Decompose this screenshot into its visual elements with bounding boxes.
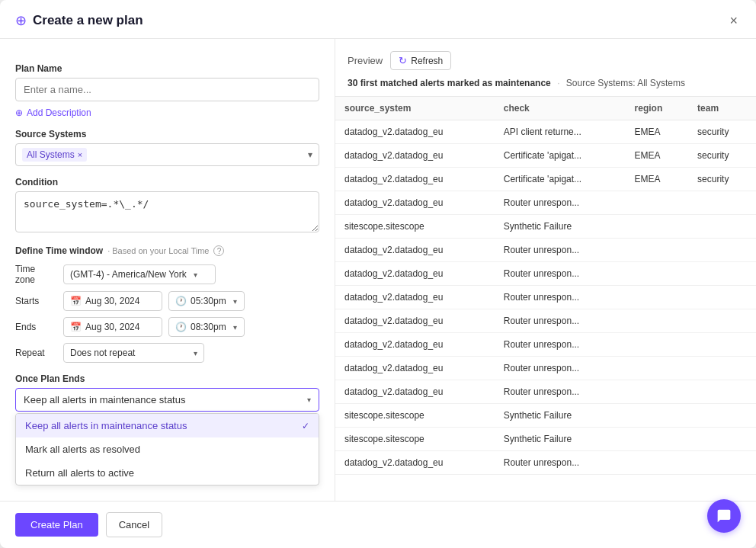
cell-region	[626, 239, 689, 262]
cell-check: Synthetic Failure	[495, 404, 626, 428]
cell-team	[688, 380, 756, 404]
cell-source_system: datadog_v2.datadog_eu	[335, 357, 495, 380]
cell-check: Router unrespon...	[495, 191, 626, 215]
starts-label: Starts	[15, 296, 57, 306]
dropdown-arrow-icon: ▾	[308, 149, 312, 160]
left-panel: Plan Name ⊕ Add Description Source Syste…	[0, 39, 335, 501]
starts-row: Starts 📅 Aug 30, 2024 🕐 05:30pm ▾	[15, 291, 319, 311]
time-window-title: Define Time window	[15, 245, 103, 256]
cell-source_system: sitescope.sitescope	[335, 428, 495, 451]
cell-region	[626, 262, 689, 286]
matched-count: 30 first matched alerts marked as mainte…	[348, 78, 551, 88]
cell-region: EMEA	[626, 120, 689, 144]
cell-team	[688, 428, 756, 451]
add-description-label: Add Description	[27, 107, 91, 118]
time-window-header: Define Time window · Based on your Local…	[15, 245, 319, 256]
cell-source_system: datadog_v2.datadog_eu	[335, 286, 495, 309]
help-icon[interactable]: ?	[213, 245, 224, 256]
once-plan-ends-section: Once Plan Ends Keep all alerts in mainte…	[15, 373, 319, 486]
timezone-arrow-icon: ▾	[194, 271, 197, 279]
cell-region	[626, 309, 689, 333]
table-row: datadog_v2.datadog_euAPI client returne.…	[335, 120, 756, 144]
cell-region: EMEA	[626, 168, 689, 191]
preview-table: source_system check region team datadog_…	[335, 97, 756, 475]
cell-team	[688, 191, 756, 215]
cell-source_system: datadog_v2.datadog_eu	[335, 120, 495, 144]
timezone-value: (GMT-4) - America/New York	[70, 269, 187, 280]
source-value: All Systems	[637, 78, 685, 88]
close-button[interactable]: ×	[726, 11, 741, 30]
cell-check: Certificate 'apigat...	[495, 144, 626, 168]
dropdown-option-1[interactable]: Mark all alerts as resolved	[16, 437, 319, 461]
condition-section: Condition source_system=.*\_.*/	[15, 177, 319, 235]
chat-bubble-button[interactable]	[707, 499, 741, 533]
cell-source_system: datadog_v2.datadog_eu	[335, 262, 495, 286]
table-row: datadog_v2.datadog_euRouter unrespon...	[335, 380, 756, 404]
cell-region	[626, 191, 689, 215]
cell-source_system: datadog_v2.datadog_eu	[335, 168, 495, 191]
starts-time-picker[interactable]: 🕐 05:30pm ▾	[168, 291, 245, 311]
table-row: datadog_v2.datadog_euRouter unrespon...	[335, 333, 756, 357]
starts-time-arrow-icon: ▾	[233, 297, 237, 306]
starts-date-picker[interactable]: 📅 Aug 30, 2024	[63, 291, 162, 311]
table-row: sitescope.sitescopeSynthetic Failure	[335, 404, 756, 428]
tag-label: All Systems	[27, 149, 75, 160]
timezone-row: Time zone (GMT-4) - America/New York ▾	[15, 264, 319, 285]
cell-team: security	[688, 144, 756, 168]
refresh-icon: ↻	[399, 55, 407, 66]
condition-label: Condition	[15, 177, 319, 187]
ends-time-picker[interactable]: 🕐 08:30pm ▾	[168, 317, 245, 337]
plan-name-input[interactable]	[15, 78, 319, 101]
clock-icon-2: 🕐	[175, 322, 187, 332]
plan-name-section: Plan Name	[15, 63, 319, 101]
repeat-picker[interactable]: Does not repeat ▾	[63, 343, 204, 363]
table-row: datadog_v2.datadog_euRouter unrespon...	[335, 286, 756, 309]
add-description-link[interactable]: ⊕ Add Description	[15, 107, 319, 118]
cell-source_system: datadog_v2.datadog_eu	[335, 144, 495, 168]
table-row: datadog_v2.datadog_euRouter unrespon...	[335, 309, 756, 333]
tag-remove-icon[interactable]: ×	[78, 150, 82, 159]
table-row: sitescope.sitescopeSynthetic Failure	[335, 428, 756, 451]
dropdown-option-label-1: Mark all alerts as resolved	[25, 444, 140, 455]
cell-source_system: datadog_v2.datadog_eu	[335, 191, 495, 215]
preview-header: Preview ↻ Refresh	[335, 51, 756, 78]
dropdown-option-0[interactable]: Keep all alerts in maintenance status ✓	[16, 414, 319, 437]
cell-team	[688, 451, 756, 475]
dropdown-arrow-icon-2: ▾	[307, 396, 311, 404]
table-row: sitescope.sitescopeSynthetic Failure	[335, 215, 756, 239]
condition-input[interactable]: source_system=.*\_.*/	[15, 191, 319, 232]
dropdown-selected-label: Keep all alerts in maintenance status	[24, 394, 185, 405]
source-systems-dropdown[interactable]: All Systems × ▾	[15, 143, 319, 166]
modal-header: ⊕ Create a new plan ×	[0, 0, 756, 39]
check-icon: ✓	[302, 421, 309, 431]
cancel-button[interactable]: Cancel	[106, 512, 162, 537]
cell-region: EMEA	[626, 144, 689, 168]
refresh-button[interactable]: ↻ Refresh	[390, 51, 451, 70]
cell-region	[626, 428, 689, 451]
cell-check: API client returne...	[495, 120, 626, 144]
once-plan-ends-label: Once Plan Ends	[15, 373, 319, 384]
timezone-picker[interactable]: (GMT-4) - America/New York ▾	[63, 264, 216, 284]
cell-region	[626, 380, 689, 404]
ends-date-value: Aug 30, 2024	[85, 322, 139, 332]
cell-team	[688, 404, 756, 428]
starts-time-value: 05:30pm	[191, 296, 226, 306]
once-plan-ends-dropdown[interactable]: Keep all alerts in maintenance status ▾	[15, 388, 319, 412]
table-header-row: source_system check region team	[335, 97, 756, 120]
circle-plus-icon: ⊕	[15, 107, 23, 118]
cell-check: Router unrespon...	[495, 262, 626, 286]
preview-label: Preview	[348, 55, 383, 66]
table-row: datadog_v2.datadog_euRouter unrespon...	[335, 451, 756, 475]
table-row: datadog_v2.datadog_euCertificate 'apigat…	[335, 144, 756, 168]
repeat-arrow-icon: ▾	[194, 349, 197, 357]
cell-source_system: datadog_v2.datadog_eu	[335, 380, 495, 404]
dropdown-option-2[interactable]: Return all alerts to active	[16, 461, 319, 485]
ends-date-picker[interactable]: 📅 Aug 30, 2024	[63, 317, 162, 337]
cell-team	[688, 357, 756, 380]
create-plan-button[interactable]: Create Plan	[15, 513, 98, 537]
source-systems-label: Source Systems	[15, 129, 319, 139]
preview-table-container: source_system check region team datadog_…	[335, 96, 756, 501]
col-region: region	[626, 97, 689, 120]
plan-name-label: Plan Name	[15, 63, 319, 74]
cell-source_system: datadog_v2.datadog_eu	[335, 309, 495, 333]
